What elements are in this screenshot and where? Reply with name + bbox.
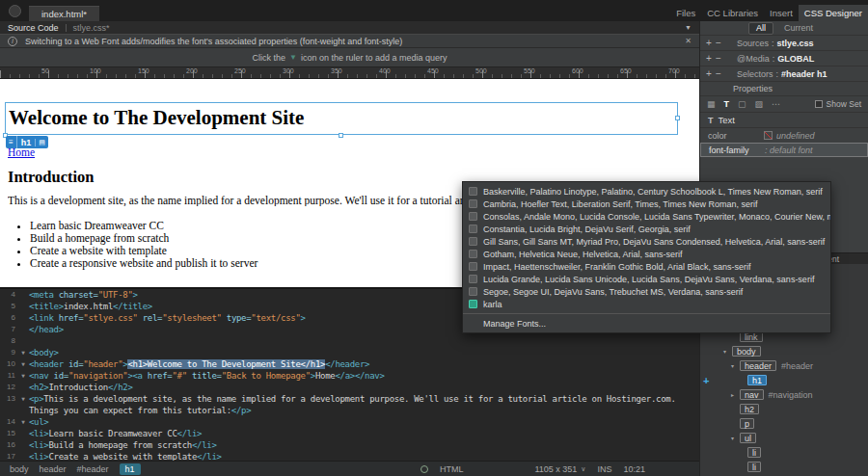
fold-arrow-icon[interactable]: ▼ — [17, 370, 29, 382]
fold-arrow-icon[interactable]: ▼ — [17, 416, 29, 428]
code-line[interactable]: Things you can expect from this tutorial… — [0, 405, 699, 416]
dom-attr: #navigation — [769, 390, 813, 400]
dom-node[interactable]: +h1 — [700, 373, 868, 387]
dom-node[interactable]: ▾header#header — [700, 358, 868, 373]
current-mode-button[interactable]: Current — [777, 23, 820, 33]
app-menu-icon[interactable] — [9, 5, 21, 17]
code-line[interactable]: 16<li>Build a homepage from scratch</li> — [0, 439, 699, 451]
design-list-item[interactable]: Build a homepage from scratch — [30, 232, 258, 245]
font-option[interactable]: Constantia, Lucida Bright, DejaVu Serif,… — [463, 223, 830, 235]
background-icon[interactable]: ▨ — [755, 99, 764, 109]
show-set-checkbox[interactable] — [815, 100, 823, 108]
font-option[interactable]: Impact, Haettenschweiler, Franklin Gothi… — [463, 260, 830, 273]
h1-selection-box[interactable]: Welcome to The Development Site — [5, 102, 678, 135]
ruler[interactable]: 5010015020025030035040045050055060065070… — [0, 67, 699, 79]
add-media-button[interactable]: + — [706, 53, 716, 64]
design-list-item[interactable]: Create a responsive website and publish … — [30, 257, 258, 270]
tab-files[interactable]: Files — [670, 5, 701, 21]
font-option[interactable]: Gill Sans, Gill Sans MT, Myriad Pro, Dej… — [463, 235, 830, 248]
home-link[interactable]: Home — [8, 146, 35, 158]
code-line[interactable]: 12<h2>Introduction</h2> — [0, 382, 699, 393]
source-code-button[interactable]: Source Code — [8, 23, 59, 33]
fold-arrow-icon[interactable]: ▼ — [17, 347, 29, 358]
ruler-number: 650 — [620, 67, 632, 74]
color-swatch-undefined[interactable] — [764, 131, 773, 140]
page-heading[interactable]: Welcome to The Development Site — [6, 103, 677, 133]
font-option[interactable]: Lucida Grande, Lucida Sans Unicode, Luci… — [463, 273, 830, 285]
add-element-button[interactable]: + — [703, 375, 709, 386]
tag-selector-h1-selected[interactable]: h1 — [120, 463, 141, 475]
code-line[interactable]: 10▼<header id="header"><h1>Welcome to Th… — [0, 358, 699, 370]
remove-selector-button[interactable]: − — [716, 68, 725, 79]
design-list-item[interactable]: Create a website with template — [30, 245, 258, 257]
dom-node[interactable]: ▸nav#navigation — [700, 387, 868, 402]
tab-insert[interactable]: Insert — [764, 5, 799, 21]
more-icon[interactable]: ⋯ — [772, 99, 780, 109]
dom-node[interactable]: h2 — [700, 402, 868, 416]
dom-node[interactable]: ▾body — [700, 344, 868, 358]
close-notification-icon[interactable]: ✕ — [685, 37, 692, 45]
font-stack-icon — [469, 199, 477, 208]
dom-node[interactable]: p — [700, 416, 868, 431]
font-option[interactable]: Cambria, Hoefler Text, Liberation Serif,… — [463, 198, 830, 210]
remove-source-button[interactable]: − — [716, 38, 725, 48]
fold-arrow-icon[interactable]: ▼ — [17, 358, 29, 370]
media-section[interactable]: + − @Media : GLOBAL — [700, 51, 868, 66]
code-line[interactable]: 9▼<body> — [0, 347, 699, 358]
window-size-selector[interactable]: 1105 x 351 ∨ — [534, 464, 585, 474]
font-option[interactable]: Gotham, Helvetica Neue, Helvetica, Arial… — [463, 248, 830, 260]
remove-media-button[interactable]: − — [716, 53, 725, 64]
fold-arrow-icon[interactable]: ▼ — [17, 393, 29, 405]
tree-caret-icon[interactable]: ▸ — [731, 391, 740, 398]
font-option[interactable]: karla — [463, 298, 830, 310]
code-line[interactable]: 14▼<ul> — [0, 416, 699, 428]
introduction-heading[interactable]: Introduction — [8, 168, 95, 187]
tag-selector-header-id[interactable]: #header — [77, 464, 109, 474]
font-family-property-row[interactable]: font-family : default font — [700, 143, 868, 157]
manage-fonts-option[interactable]: Manage Fonts... — [463, 317, 830, 330]
tab-css-designer[interactable]: CSS Designer — [799, 5, 868, 21]
code-line[interactable]: 13▼<p>This is a development site, as the… — [0, 393, 699, 405]
notification-bar: i Switching to a Web Font adds/modifies … — [0, 34, 699, 48]
tag-selector-header[interactable]: header — [40, 464, 67, 474]
resize-handle[interactable] — [675, 116, 680, 120]
tree-caret-icon[interactable]: ▾ — [723, 348, 732, 355]
font-option[interactable]: Consolas, Andale Mono, Lucida Console, L… — [463, 210, 830, 223]
add-source-button[interactable]: + — [706, 38, 716, 48]
selectors-section[interactable]: + − Selectors : #header h1 — [700, 66, 868, 82]
border-icon[interactable]: ▢ — [738, 99, 746, 109]
tree-caret-icon[interactable]: ▾ — [731, 362, 740, 369]
code-line[interactable]: 8 — [0, 335, 699, 347]
fold-gutter — [17, 405, 29, 416]
code-line[interactable]: 15<li>Learn basic Dreamweaver CC</li> — [0, 428, 699, 439]
code-line[interactable]: 17<li>Create a website with template</li… — [0, 451, 699, 461]
dom-node[interactable]: ▾ul — [700, 431, 868, 445]
ruler-number: 50 — [41, 67, 49, 74]
font-option[interactable]: Segoe, Segoe UI, DejaVu Sans, Trebuchet … — [463, 285, 830, 298]
dom-node[interactable]: li — [700, 460, 868, 474]
status-bar: body header #header h1 HTML 1105 x 351 ∨… — [0, 461, 699, 476]
add-selector-button[interactable]: + — [706, 68, 716, 79]
tag-selector-body[interactable]: body — [10, 464, 29, 474]
dom-node[interactable]: li — [700, 445, 868, 460]
all-mode-button[interactable]: All — [748, 22, 773, 35]
resize-handle[interactable] — [339, 133, 343, 138]
font-option-label: Baskerville, Palatino Linotype, Palatino… — [483, 187, 823, 197]
font-option[interactable]: Baskerville, Palatino Linotype, Palatino… — [463, 185, 830, 198]
tab-cc-libraries[interactable]: CC Libraries — [701, 5, 764, 21]
font-family-prop-value[interactable]: : default font — [765, 145, 813, 155]
text-icon[interactable]: T — [724, 99, 730, 109]
tree-caret-icon[interactable]: ▾ — [731, 435, 740, 441]
chevron-down-icon: ∨ — [581, 465, 585, 473]
format-grid-icon[interactable]: ▤ — [35, 139, 48, 146]
design-list-item[interactable]: Learn basic Dreamweaver CC — [30, 220, 258, 232]
css-file-button[interactable]: stlye.css* — [73, 23, 110, 33]
filter-funnel-icon[interactable]: ▼ — [685, 24, 692, 31]
document-tab[interactable]: index.html* — [29, 6, 99, 21]
layout-icon[interactable]: ▦ — [707, 99, 716, 109]
lint-status-icon[interactable] — [420, 465, 428, 473]
code-line[interactable]: 11▼<nav id="navigation"><a href="#" titl… — [0, 370, 699, 382]
color-prop-value[interactable]: undefined — [776, 131, 815, 141]
sources-section[interactable]: + − Sources : stlye.css — [700, 36, 868, 51]
color-property-row[interactable]: color undefined — [700, 128, 868, 143]
